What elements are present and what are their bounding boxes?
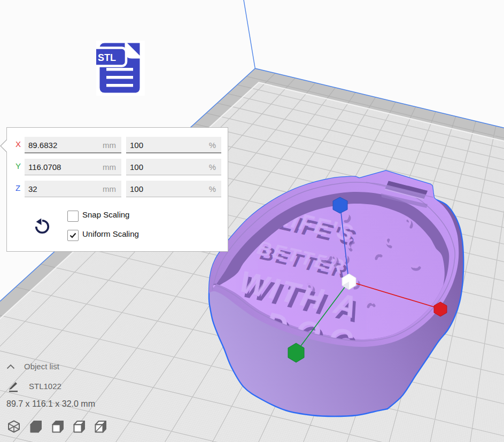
svg-text:STL: STL: [98, 52, 116, 63]
